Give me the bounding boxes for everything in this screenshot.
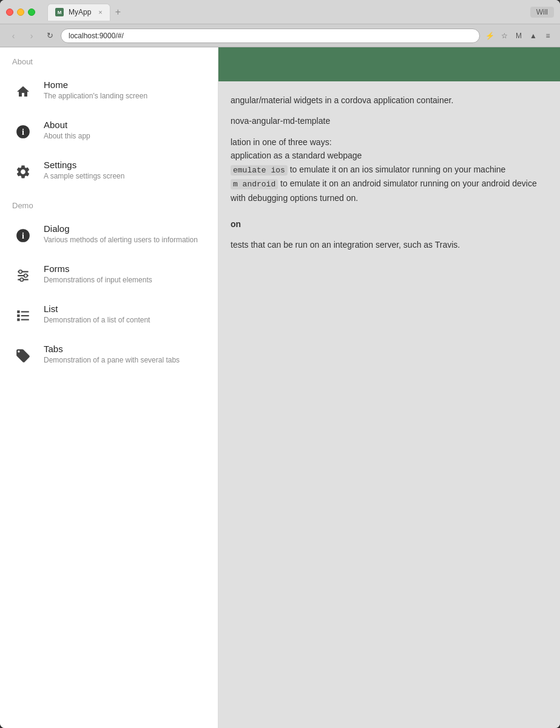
- sidebar-item-list-desc: Demonstration of a list of content: [44, 315, 150, 325]
- new-tab-button[interactable]: +: [115, 7, 121, 17]
- sidebar-item-home[interactable]: Home The application's landing screen: [0, 71, 218, 111]
- content-line-2: nova-angular-md-template: [231, 114, 548, 128]
- sidebar-item-tabs-desc: Demonstration of a pane with several tab…: [44, 355, 180, 366]
- sidebar-item-forms-text: Forms Demonstrations of input elements: [44, 264, 152, 285]
- svg-rect-15: [21, 319, 29, 320]
- gmail-icon[interactable]: M: [513, 30, 525, 42]
- main-panel-content: angular/material widgets in a cordova ap…: [218, 81, 560, 271]
- traffic-lights: [6, 9, 35, 16]
- profile-label: Will: [530, 7, 554, 18]
- sidebar-section-about: About: [0, 47, 218, 71]
- drive-icon[interactable]: ▲: [527, 30, 539, 42]
- sidebar-item-tabs[interactable]: Tabs Demonstration of a pane with severa…: [0, 335, 218, 375]
- refresh-button[interactable]: ↻: [42, 29, 57, 43]
- sidebar-item-forms-title: Forms: [44, 264, 152, 274]
- svg-text:i: i: [22, 127, 24, 137]
- browser-window: M MyApp × + Will ‹ › ↻ localhost:9000/#/…: [0, 0, 560, 728]
- svg-point-7: [19, 270, 22, 273]
- svg-rect-10: [17, 310, 19, 313]
- content-line-1: angular/material widgets in a cordova ap…: [231, 94, 548, 107]
- svg-point-9: [20, 278, 23, 281]
- dialog-icon: i: [12, 225, 34, 247]
- svg-rect-13: [21, 315, 29, 316]
- svg-rect-11: [21, 311, 29, 312]
- sidebar-item-settings-title: Settings: [44, 160, 124, 170]
- sidebar: About Home The application's landing scr…: [0, 47, 218, 728]
- sidebar-item-dialog-title: Dialog: [44, 223, 198, 234]
- main-panel-header: [218, 47, 560, 81]
- tabs-icon: [12, 345, 34, 367]
- sidebar-item-dialog[interactable]: i Dialog Various methods of alerting use…: [0, 215, 218, 255]
- main-panel: angular/material widgets in a cordova ap…: [218, 47, 560, 728]
- svg-point-8: [24, 274, 27, 277]
- svg-text:i: i: [22, 231, 24, 240]
- sidebar-item-about[interactable]: i About About this app: [0, 111, 218, 151]
- sidebar-item-settings-desc: A sample settings screen: [44, 171, 124, 182]
- minimize-button[interactable]: [17, 9, 24, 16]
- sidebar-item-settings-text: Settings A sample settings screen: [44, 160, 124, 182]
- sidebar-item-list-text: List Demonstration of a list of content: [44, 304, 150, 325]
- sidebar-item-list-title: List: [44, 304, 150, 314]
- sidebar-item-forms-desc: Demonstrations of input elements: [44, 275, 152, 285]
- url-text: localhost:9000/#/: [69, 32, 124, 40]
- sidebar-item-home-text: Home The application's landing screen: [44, 80, 147, 101]
- sidebar-item-home-title: Home: [44, 80, 147, 90]
- tab-bar: M MyApp × +: [47, 4, 524, 21]
- list-icon: [12, 305, 34, 327]
- extensions-icon[interactable]: ⚡: [484, 30, 496, 42]
- back-button[interactable]: ‹: [6, 29, 21, 43]
- content-line-3: lation in one of three ways: application…: [231, 135, 548, 205]
- svg-rect-12: [17, 315, 19, 317]
- sidebar-item-about-text: About About this app: [44, 120, 90, 141]
- browser-tab[interactable]: M MyApp ×: [47, 4, 110, 21]
- sidebar-section-demo: Demo: [0, 191, 218, 215]
- main-content: About Home The application's landing scr…: [0, 47, 560, 728]
- bookmark-icon[interactable]: ☆: [498, 30, 510, 42]
- title-bar: M MyApp × + Will: [0, 0, 560, 24]
- menu-icon[interactable]: ≡: [542, 30, 554, 42]
- sidebar-item-dialog-desc: Various methods of alerting users to inf…: [44, 235, 198, 245]
- home-icon: [12, 81, 34, 103]
- forward-button[interactable]: ›: [24, 29, 39, 43]
- code-ios: emulate ios: [231, 165, 288, 175]
- sidebar-item-settings[interactable]: Settings A sample settings screen: [0, 151, 218, 191]
- sidebar-item-about-desc: About this app: [44, 131, 90, 141]
- tab-close-button[interactable]: ×: [98, 9, 102, 16]
- sidebar-item-about-title: About: [44, 120, 90, 130]
- close-button[interactable]: [6, 9, 13, 16]
- section-heading-on: on: [231, 217, 548, 231]
- sidebar-item-forms[interactable]: Forms Demonstrations of input elements: [0, 255, 218, 295]
- maximize-button[interactable]: [28, 9, 35, 16]
- url-bar[interactable]: localhost:9000/#/: [61, 29, 480, 43]
- sidebar-item-tabs-text: Tabs Demonstration of a pane with severa…: [44, 344, 180, 366]
- sidebar-item-dialog-text: Dialog Various methods of alerting users…: [44, 223, 198, 245]
- content-line-tests: tests that can be run on an integration …: [231, 238, 548, 251]
- nav-bar: ‹ › ↻ localhost:9000/#/ ⚡ ☆ M ▲ ≡: [0, 24, 560, 47]
- sidebar-item-list[interactable]: List Demonstration of a list of content: [0, 295, 218, 335]
- tab-title: MyApp: [69, 8, 91, 16]
- info-icon: i: [12, 121, 34, 143]
- nav-icons: ⚡ ☆ M ▲ ≡: [484, 30, 554, 42]
- sidebar-item-home-desc: The application's landing screen: [44, 91, 147, 101]
- svg-rect-14: [17, 318, 19, 321]
- sidebar-item-tabs-title: Tabs: [44, 344, 180, 354]
- settings-icon: [12, 161, 34, 183]
- code-android: m android: [231, 179, 278, 189]
- forms-icon: [12, 265, 34, 287]
- tab-favicon: M: [55, 8, 64, 16]
